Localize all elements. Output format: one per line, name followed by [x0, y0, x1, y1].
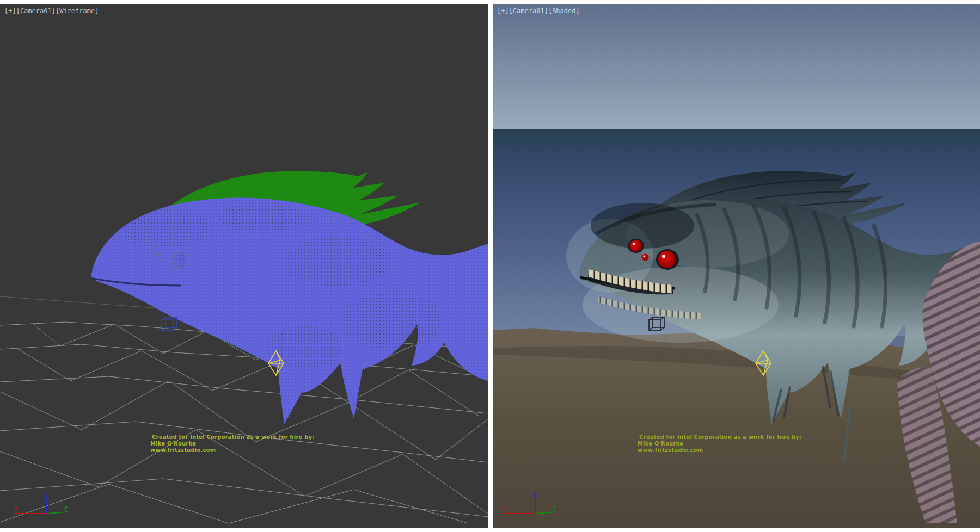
- viewport-label-wireframe[interactable]: [+][Camera01][Wireframe]: [4, 7, 99, 15]
- svg-text:Created for Intel Corporation: Created for Intel Corporation as a work …: [639, 434, 802, 440]
- svg-text:www.fritzstudio.com: www.fritzstudio.com: [638, 447, 703, 453]
- y-axis-label: y: [553, 504, 556, 511]
- viewport-label-shaded[interactable]: [+][Camera01][Shaded]: [497, 7, 580, 15]
- viewport-wireframe[interactable]: [+][Camera01][Wireframe]: [0, 4, 488, 528]
- y-axis-label: y: [64, 504, 68, 511]
- shaded-canvas[interactable]: Created for Intel Corporation as a work …: [493, 4, 980, 528]
- viewport-shaded[interactable]: [+][Camera01][Shaded]: [493, 4, 980, 528]
- x-axis-label: x: [14, 505, 18, 512]
- svg-text:Mike O'Rourke: Mike O'Rourke: [638, 441, 683, 447]
- z-axis-label: z: [532, 491, 536, 498]
- wireframe-canvas[interactable]: Created for Intel Corporation as a work …: [0, 4, 488, 528]
- viewport-divider[interactable]: [488, 0, 493, 532]
- sky: [493, 4, 980, 131]
- svg-text:www.fritzstudio.com: www.fritzstudio.com: [150, 447, 216, 453]
- z-axis-label: z: [44, 491, 48, 498]
- x-axis-label: x: [503, 505, 506, 512]
- svg-text:Created for Intel Corporation: Created for Intel Corporation as a work …: [152, 434, 315, 440]
- svg-text:Mike O'Rourke: Mike O'Rourke: [150, 441, 196, 447]
